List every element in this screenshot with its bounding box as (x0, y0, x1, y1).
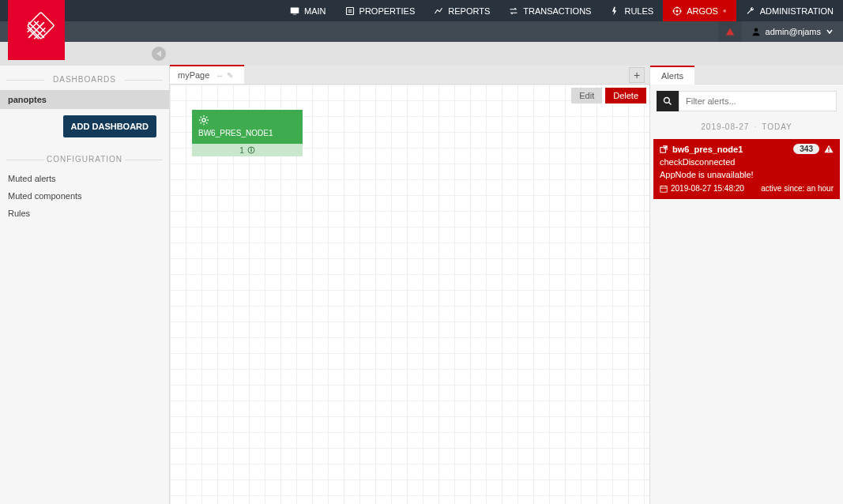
svg-point-15 (676, 9, 679, 12)
alerts-today: TODAY (762, 122, 792, 131)
date-header: 2019-08-27·TODAY (650, 118, 843, 139)
svg-rect-30 (828, 147, 829, 149)
svg-rect-25 (250, 148, 251, 149)
alert-timestamp: 2019-08-27 15:48:20 (671, 184, 744, 193)
sidebar-item-label: Muted alerts (8, 174, 56, 183)
notification-dot-icon: ● (723, 7, 727, 14)
svg-marker-20 (725, 28, 734, 36)
nav-main[interactable]: MAIN (280, 0, 336, 21)
sidebar-section-configuration: CONFIGURATION (0, 155, 169, 164)
widget-footer: 1 (192, 144, 303, 156)
widget-count: 1 (239, 145, 244, 155)
nav-administration[interactable]: ADMINISTRATION (736, 0, 843, 21)
back-button[interactable] (152, 47, 166, 61)
sidebar-item-label: Muted components (8, 191, 82, 201)
nav-label: RULES (624, 6, 653, 16)
gear-icon[interactable] (198, 115, 209, 126)
alert-card[interactable]: bw6_pres_node1 343 checkDisconnected App… (653, 139, 840, 199)
add-tab-button[interactable]: + (629, 67, 645, 83)
svg-point-22 (202, 118, 205, 122)
widget-header: BW6_PRES_NODE1 (192, 110, 303, 144)
nav-rules[interactable]: RULES (600, 0, 663, 21)
user-icon (751, 27, 761, 36)
top-nav: MAIN PROPERTIES REPORTS TRANSACTIONS RUL… (0, 0, 843, 21)
sidebar-section-dashboards: DASHBOARDS (0, 75, 169, 84)
search-button[interactable] (657, 91, 679, 111)
alert-check: checkDisconnected (660, 157, 834, 167)
user-name: admin@njams (766, 27, 821, 36)
dashboard-widget[interactable]: BW6_PRES_NODE1 1 (192, 110, 303, 156)
nav-label: ADMINISTRATION (760, 6, 834, 16)
sub-bar: admin@njams (0, 21, 843, 42)
tab-label: Alerts (661, 71, 683, 81)
delete-button[interactable]: Delete (605, 88, 646, 103)
alerts-panel: Alerts 2019-08-27·TODAY bw6_pres_node1 3… (649, 66, 843, 504)
nav-label: REPORTS (448, 6, 490, 16)
filter-alerts-input[interactable] (679, 91, 837, 111)
warning-icon (824, 145, 834, 154)
calendar-icon (660, 185, 668, 193)
svg-point-21 (754, 28, 758, 32)
svg-marker-13 (612, 6, 616, 15)
sidebar: DASHBOARDS panoptes ADD DASHBOARD CONFIG… (0, 66, 169, 504)
user-menu[interactable]: admin@njams (742, 21, 843, 42)
svg-point-26 (664, 98, 670, 103)
grid-area[interactable]: BW6_PRES_NODE1 1 (170, 85, 649, 504)
nav-label: TRANSACTIONS (523, 6, 591, 16)
widget-title: BW6_PRES_NODE1 (198, 129, 296, 137)
tab-alerts[interactable]: Alerts (650, 66, 694, 85)
nav-label: MAIN (304, 6, 326, 16)
alert-active-since: active since: an hour (761, 184, 834, 193)
sidebar-item-rules[interactable]: Rules (0, 205, 169, 222)
nav-label: PROPERTIES (359, 6, 416, 16)
alert-title: bw6_pres_node1 (672, 145, 788, 154)
nav-transactions[interactable]: TRANSACTIONS (499, 0, 600, 21)
add-dashboard-button[interactable]: ADD DASHBOARD (63, 115, 156, 137)
svg-rect-32 (660, 186, 667, 192)
svg-rect-8 (293, 13, 297, 14)
svg-rect-24 (250, 149, 251, 152)
sidebar-item-muted-components[interactable]: Muted components (0, 187, 169, 205)
sidebar-item-panoptes[interactable]: panoptes (0, 90, 169, 109)
svg-line-27 (669, 103, 672, 105)
svg-rect-7 (291, 7, 299, 13)
nav-reports[interactable]: REPORTS (424, 0, 499, 21)
sidebar-item-label: panoptes (8, 95, 47, 104)
sidebar-item-label: Rules (8, 209, 30, 218)
external-link-icon (660, 145, 668, 153)
tab-move-icon[interactable]: ↔ (216, 71, 224, 80)
breadcrumb-bar (0, 42, 843, 66)
dashboard-canvas: myPage ↔ ✎ + Edit Delete BW6_PRES_NODE1 … (169, 66, 649, 504)
nav-properties[interactable]: PROPERTIES (336, 0, 425, 21)
tab-label: myPage (178, 70, 209, 80)
tab-mypage[interactable]: myPage ↔ ✎ (170, 65, 244, 84)
edit-button[interactable]: Edit (571, 88, 602, 103)
app-logo[interactable] (8, 0, 65, 60)
nav-argos[interactable]: ARGOS● (663, 0, 736, 21)
tab-strip: myPage ↔ ✎ + (170, 66, 649, 85)
nav-label: ARGOS (687, 6, 718, 16)
chevron-down-icon (826, 28, 834, 36)
info-icon (247, 146, 255, 154)
alert-count-badge: 343 (793, 144, 819, 154)
alerts-date: 2019-08-27 (701, 122, 749, 131)
tab-edit-icon[interactable]: ✎ (227, 71, 233, 80)
alert-message: AppNode is unavailable! (660, 170, 834, 179)
sidebar-item-muted-alerts[interactable]: Muted alerts (0, 170, 169, 187)
svg-rect-31 (828, 150, 829, 151)
warning-indicator[interactable] (718, 21, 742, 42)
